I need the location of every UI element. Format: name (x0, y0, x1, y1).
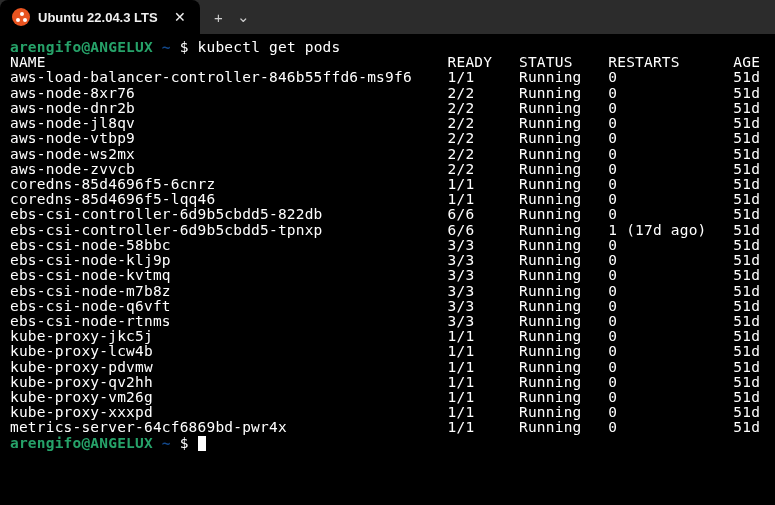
pod-row: kube-proxy-lcw4b 1/1 Running 0 51d (10, 343, 760, 359)
pod-row: ebs-csi-node-kvtmq 3/3 Running 0 51d (10, 267, 760, 283)
prompt-path: ~ (162, 39, 171, 55)
active-tab[interactable]: Ubuntu 22.04.3 LTS ✕ (0, 0, 200, 34)
tab-menu-button[interactable]: ⌄ (237, 8, 250, 26)
prompt-user-host: arengifo@ANGELUX (10, 435, 153, 451)
pod-row: ebs-csi-controller-6d9b5cbdd5-822db 6/6 … (10, 206, 760, 222)
prompt-dollar: $ (180, 39, 189, 55)
pod-row: ebs-csi-node-q6vft 3/3 Running 0 51d (10, 298, 760, 314)
pod-row: ebs-csi-controller-6d9b5cbdd5-tpnxp 6/6 … (10, 222, 760, 238)
pod-row: kube-proxy-jkc5j 1/1 Running 0 51d (10, 328, 760, 344)
pod-row: kube-proxy-xxxpd 1/1 Running 0 51d (10, 404, 760, 420)
pod-row: coredns-85d4696f5-lqq46 1/1 Running 0 51… (10, 191, 760, 207)
pod-row: coredns-85d4696f5-6cnrz 1/1 Running 0 51… (10, 176, 760, 192)
pod-row: metrics-server-64cf6869bd-pwr4x 1/1 Runn… (10, 419, 760, 435)
pod-row: ebs-csi-node-rtnms 3/3 Running 0 51d (10, 313, 760, 329)
pod-row: kube-proxy-qv2hh 1/1 Running 0 51d (10, 374, 760, 390)
prompt-user-host: arengifo@ANGELUX (10, 39, 153, 55)
tab-actions: + ⌄ (200, 8, 264, 26)
pod-row: aws-node-8xr76 2/2 Running 0 51d (10, 85, 760, 101)
pod-row: ebs-csi-node-m7b8z 3/3 Running 0 51d (10, 283, 760, 299)
pod-row: aws-node-vtbp9 2/2 Running 0 51d (10, 130, 760, 146)
tab-title: Ubuntu 22.04.3 LTS (38, 10, 164, 25)
pod-row: ebs-csi-node-58bbc 3/3 Running 0 51d (10, 237, 760, 253)
ubuntu-icon (12, 8, 30, 26)
pod-row: kube-proxy-vm26g 1/1 Running 0 51d (10, 389, 760, 405)
pod-row: aws-node-dnr2b 2/2 Running 0 51d (10, 100, 760, 116)
close-icon[interactable]: ✕ (172, 9, 188, 25)
pod-row: aws-node-ws2mx 2/2 Running 0 51d (10, 146, 760, 162)
tab-bar: Ubuntu 22.04.3 LTS ✕ + ⌄ (0, 0, 775, 34)
pod-row: ebs-csi-node-klj9p 3/3 Running 0 51d (10, 252, 760, 268)
command: kubectl get pods (198, 39, 341, 55)
new-tab-button[interactable]: + (214, 9, 223, 26)
prompt-dollar: $ (180, 435, 189, 451)
pod-row: kube-proxy-pdvmw 1/1 Running 0 51d (10, 359, 760, 375)
prompt-path: ~ (162, 435, 171, 451)
column-headers: NAME READY STATUS RESTARTS AGE (10, 54, 760, 70)
terminal[interactable]: arengifo@ANGELUX ~ $ kubectl get pods NA… (0, 34, 775, 505)
pod-row: aws-node-zvvcb 2/2 Running 0 51d (10, 161, 760, 177)
pod-row: aws-load-balancer-controller-846b55ffd6-… (10, 69, 760, 85)
cursor (198, 436, 206, 451)
pod-row: aws-node-jl8qv 2/2 Running 0 51d (10, 115, 760, 131)
